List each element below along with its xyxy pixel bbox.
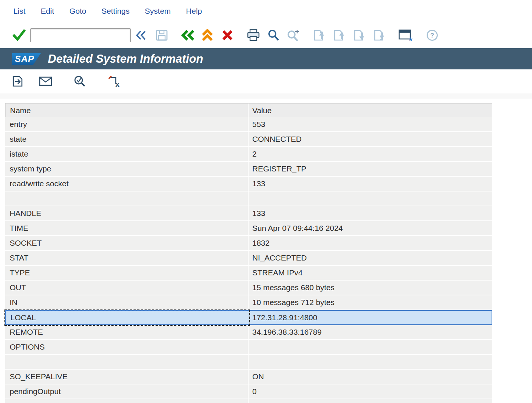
row-name-cell[interactable]: TIME xyxy=(5,221,249,236)
row-value-cell[interactable]: 553 xyxy=(249,117,492,132)
row-name-cell[interactable]: STAT xyxy=(5,251,249,266)
table-row[interactable]: LOCAL 172.31.28.91:4800 xyxy=(5,310,492,325)
row-name-cell[interactable]: SO_KEEPALIVE xyxy=(5,370,249,384)
table-row[interactable]: SO_KEEPALIVE ON xyxy=(5,370,492,384)
row-name-cell[interactable]: IN xyxy=(5,295,249,310)
row-name-cell[interactable]: entry xyxy=(5,117,249,132)
row-value-cell[interactable]: 34.196.38.33:16789 xyxy=(249,325,492,340)
print-button[interactable] xyxy=(243,26,263,45)
command-field[interactable] xyxy=(30,28,131,42)
find-button[interactable] xyxy=(263,26,283,45)
last-page-button[interactable] xyxy=(370,26,390,45)
first-page-icon xyxy=(312,29,326,42)
row-value-cell[interactable] xyxy=(249,340,492,355)
row-name-cell[interactable]: istate xyxy=(5,147,249,162)
help-button[interactable]: ? xyxy=(422,26,442,45)
row-value-cell[interactable] xyxy=(249,399,492,403)
row-name-cell[interactable]: state xyxy=(5,132,249,147)
table-row[interactable]: SOCKET 1832 xyxy=(5,236,492,251)
row-value-cell[interactable]: STREAM IPv4 xyxy=(249,266,492,281)
menu-item-help[interactable]: Help xyxy=(186,7,202,16)
row-value-cell[interactable] xyxy=(249,355,492,370)
row-value-cell[interactable]: 0 xyxy=(249,384,492,399)
row-name-cell[interactable] xyxy=(5,355,249,370)
first-page-button[interactable] xyxy=(309,26,329,45)
row-value-cell[interactable]: 2 xyxy=(249,147,492,162)
table-row[interactable] xyxy=(5,399,492,403)
row-value-cell[interactable]: REGISTER_TP xyxy=(249,162,492,177)
send-mail-button[interactable] xyxy=(37,73,54,90)
table-row[interactable] xyxy=(5,355,492,370)
row-name-cell[interactable]: SOCKET xyxy=(5,236,249,251)
end-button[interactable]: x xyxy=(106,73,122,90)
row-value-cell[interactable]: NI_ACCEPTED xyxy=(249,251,492,266)
page-down-button[interactable] xyxy=(349,26,370,45)
collapse-toolbar-button[interactable] xyxy=(133,26,149,45)
cancel-button[interactable] xyxy=(217,26,237,45)
row-value-cell[interactable]: ON xyxy=(249,370,492,384)
table-row[interactable]: TYPE STREAM IPv4 xyxy=(5,266,492,281)
row-name-cell[interactable]: OPTIONS xyxy=(5,340,249,355)
row-value-cell[interactable]: CONNECTED xyxy=(249,132,492,147)
row-name-cell[interactable]: REMOTE xyxy=(5,325,249,340)
row-value-cell[interactable]: Sun Apr 07 09:44:16 2024 xyxy=(249,221,492,236)
menu-item-system[interactable]: System xyxy=(145,7,171,16)
table-row[interactable]: read/write socket 133 xyxy=(5,177,492,191)
row-name-cell[interactable]: TYPE xyxy=(5,266,249,281)
table-row[interactable]: TIME Sun Apr 07 09:44:16 2024 xyxy=(5,221,492,236)
save-button[interactable] xyxy=(153,26,171,45)
svg-text:x: x xyxy=(115,80,119,88)
choose-detail-button[interactable] xyxy=(10,73,26,90)
table-row[interactable]: HANDLE 133 xyxy=(5,206,492,221)
find-next-button[interactable] xyxy=(283,26,303,45)
new-session-button[interactable]: ★ xyxy=(395,26,416,45)
row-value-cell[interactable]: 133 xyxy=(249,206,492,221)
page-x-icon: x xyxy=(107,75,121,88)
table-row[interactable]: pendingOutput 0 xyxy=(5,384,492,399)
table-row[interactable]: OUT 15 messages 680 bytes xyxy=(5,281,492,295)
menu-item-settings[interactable]: Settings xyxy=(101,7,129,16)
exit-button[interactable] xyxy=(197,26,217,45)
standard-toolbar: ★ ? xyxy=(0,22,532,48)
back-icon xyxy=(181,29,195,41)
row-name-cell[interactable]: LOCAL xyxy=(6,311,249,324)
svg-text:★: ★ xyxy=(408,36,413,42)
row-value-cell[interactable]: 1832 xyxy=(249,236,492,251)
magnifier-icon xyxy=(267,29,280,42)
menu-item-edit[interactable]: Edit xyxy=(41,7,54,16)
new-window-star-icon: ★ xyxy=(398,29,413,42)
row-name-cell[interactable]: OUT xyxy=(5,281,249,295)
row-value-cell[interactable]: 172.31.28.91:4800 xyxy=(249,311,492,324)
table-row[interactable]: STAT NI_ACCEPTED xyxy=(5,251,492,266)
table-row[interactable]: entry 553 xyxy=(5,117,492,132)
table-row[interactable] xyxy=(5,191,492,206)
row-name-cell[interactable]: read/write socket xyxy=(5,177,249,191)
table-row[interactable]: system type REGISTER_TP xyxy=(5,162,492,177)
table-row[interactable]: REMOTE 34.196.38.33:16789 xyxy=(5,325,492,340)
table-row[interactable]: state CONNECTED xyxy=(5,132,492,147)
page-up-button[interactable] xyxy=(329,26,349,45)
row-value-cell[interactable]: 10 messages 712 bytes xyxy=(249,295,492,310)
row-name-cell[interactable] xyxy=(5,399,249,403)
row-name-cell[interactable] xyxy=(5,191,249,206)
magnifier-plus-icon xyxy=(287,29,300,42)
svg-text:?: ? xyxy=(430,32,434,39)
verify-button[interactable] xyxy=(72,73,88,90)
back-button[interactable] xyxy=(179,26,197,45)
title-bar: SAP Detailed System Information xyxy=(0,48,532,69)
table-row[interactable]: istate 2 xyxy=(5,147,492,162)
row-name-cell[interactable]: pendingOutput xyxy=(5,384,249,399)
row-value-cell[interactable] xyxy=(249,191,492,206)
table-row[interactable]: OPTIONS xyxy=(5,340,492,355)
column-header-value[interactable]: Value xyxy=(249,104,492,117)
enter-button[interactable] xyxy=(11,26,27,45)
column-header-name[interactable]: Name xyxy=(6,104,249,117)
last-page-icon xyxy=(372,29,387,42)
menu-item-list[interactable]: List xyxy=(13,7,26,16)
menu-item-goto[interactable]: Goto xyxy=(69,7,86,16)
row-name-cell[interactable]: system type xyxy=(5,162,249,177)
row-name-cell[interactable]: HANDLE xyxy=(5,206,249,221)
row-value-cell[interactable]: 15 messages 680 bytes xyxy=(249,281,492,295)
table-row[interactable]: IN 10 messages 712 bytes xyxy=(5,295,492,310)
row-value-cell[interactable]: 133 xyxy=(249,177,492,191)
